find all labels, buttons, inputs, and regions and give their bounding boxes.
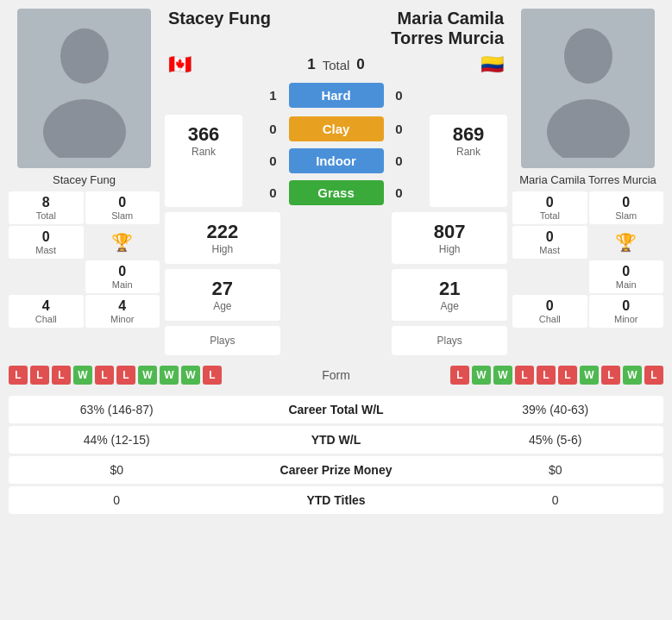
right-player-name-center: Maria CamilaTorres Murcia (391, 9, 504, 48)
grass-surface-row: 0 Grass 0 (248, 180, 424, 205)
right-stats-boxes: 869 Rank (430, 115, 507, 207)
left-total-score: 1 (307, 56, 315, 73)
right-age-box: 21 Age (392, 269, 507, 321)
left-stats-boxes: 366 Rank (165, 115, 242, 207)
left-rank-box: 366 Rank (165, 115, 242, 207)
form-label: Form (322, 368, 350, 382)
left-plays-box: Plays (165, 326, 280, 355)
right-player-stats: 0 Total 0 Slam 0 Mast 🏆 0 Main 0 Chall (512, 191, 663, 328)
form-badge-w: W (493, 366, 512, 385)
left-flag: 🇨🇦 (168, 53, 192, 76)
right-mast-stat: 0 Mast (512, 226, 587, 259)
svg-point-2 (564, 28, 612, 84)
stats-middle-row: 366 Rank 0 Clay 0 0 Indoor 0 0 Gra (165, 115, 507, 207)
indoor-surface-row: 0 Indoor 0 (248, 148, 424, 173)
indoor-right-num: 0 (391, 153, 408, 168)
left-player-photo (17, 9, 151, 168)
right-player-photo (521, 9, 655, 168)
table-cell-label: YTD Titles (224, 486, 447, 514)
table-cell-left: $0 (9, 456, 224, 484)
form-badge-l: L (537, 366, 556, 385)
form-badge-w: W (623, 366, 642, 385)
table-cell-label: Career Total W/L (224, 396, 447, 423)
right-total-stat: 0 Total (512, 191, 587, 224)
form-badge-w: W (73, 366, 92, 385)
form-badge-w: W (472, 366, 491, 385)
left-main-stat: 0 Main (85, 260, 160, 293)
right-chall-stat: 0 Chall (512, 295, 587, 328)
svg-point-0 (60, 28, 109, 84)
table-row: 44% (12-15) YTD W/L 45% (5-6) (9, 426, 663, 454)
left-trophy: 🏆 (85, 226, 160, 259)
center-spacer (286, 212, 387, 264)
right-rank-box: 869 Rank (430, 115, 507, 207)
right-total-score: 0 (356, 56, 364, 73)
indoor-left-num: 0 (265, 153, 282, 168)
left-form-badges: LLLWLLWWWL (9, 366, 222, 385)
form-badge-l: L (644, 366, 663, 385)
form-badge-l: L (601, 366, 620, 385)
left-chall-stat: 4 Chall (9, 295, 84, 328)
hard-button[interactable]: Hard (289, 83, 384, 108)
total-label: Total (323, 58, 350, 72)
left-slam-stat: 0 Slam (85, 191, 160, 224)
left-player-name-label: Stacey Fung (53, 173, 116, 186)
right-player-card: Maria Camila Torres Murcia 0 Total 0 Sla… (512, 9, 663, 355)
plays-row: Plays Plays (165, 326, 507, 355)
table-row: 0 YTD Titles 0 (9, 486, 663, 514)
table-cell-right: 45% (5-6) (448, 426, 663, 454)
svg-point-3 (547, 99, 630, 158)
table-cell-label: YTD W/L (224, 426, 447, 454)
clay-button[interactable]: Clay (289, 116, 384, 141)
hard-right-num: 0 (391, 88, 408, 103)
player-names-row: Stacey Fung Maria CamilaTorres Murcia (165, 9, 507, 48)
left-mast-stat: 0 Mast (9, 226, 84, 259)
flag-total-row: 🇨🇦 1 Total 0 🇨🇴 (165, 53, 507, 76)
age-spacer (286, 269, 387, 321)
right-trophy: 🏆 (589, 226, 664, 259)
indoor-button[interactable]: Indoor (289, 148, 384, 173)
left-high-box: 222 High (165, 212, 280, 264)
table-row: $0 Career Prize Money $0 (9, 456, 663, 484)
right-flag: 🇨🇴 (480, 53, 504, 76)
left-total-stat: 8 Total (9, 191, 84, 224)
age-row: 27 Age 21 Age (165, 269, 507, 321)
table-cell-right: $0 (448, 456, 663, 484)
form-badge-l: L (558, 366, 577, 385)
left-minor-stat: 4 Minor (85, 295, 160, 328)
left-player-name-center: Stacey Fung (168, 9, 271, 28)
clay-left-num: 0 (265, 122, 282, 136)
form-badge-l: L (9, 366, 28, 385)
grass-button[interactable]: Grass (289, 180, 384, 205)
grass-right-num: 0 (391, 185, 408, 200)
table-cell-left: 63% (146-87) (9, 396, 224, 423)
center-panel: Stacey Fung Maria CamilaTorres Murcia 🇨🇦… (165, 9, 507, 355)
table-cell-left: 44% (12-15) (9, 426, 224, 454)
trophy-icon-left: 🏆 (111, 232, 133, 253)
grass-left-num: 0 (265, 185, 282, 200)
form-badge-l: L (30, 366, 49, 385)
hard-left-num: 1 (265, 88, 282, 103)
svg-point-1 (43, 99, 126, 158)
bottom-section: LLLWLLWWWL Form LWWLLLWLWL 63% (146-87) … (0, 362, 672, 525)
plays-spacer (286, 326, 387, 355)
table-row: 63% (146-87) Career Total W/L 39% (40-63… (9, 396, 663, 423)
clay-right-num: 0 (391, 122, 408, 136)
table-cell-label: Career Prize Money (224, 456, 447, 484)
form-badge-w: W (181, 366, 200, 385)
right-player-name-label: Maria Camila Torres Murcia (519, 173, 656, 186)
clay-surface-row: 0 Clay 0 (248, 116, 424, 141)
left-player-card: Stacey Fung 8 Total 0 Slam 0 Mast 🏆 0 Ma… (9, 9, 160, 355)
hard-surface-row: 1 Hard 0 (165, 83, 507, 108)
form-badge-w: W (160, 366, 179, 385)
form-badge-l: L (203, 366, 222, 385)
form-badge-l: L (116, 366, 135, 385)
form-badge-l: L (52, 366, 71, 385)
form-badge-l: L (515, 366, 534, 385)
stats-table: 63% (146-87) Career Total W/L 39% (40-63… (9, 393, 663, 517)
right-high-box: 807 High (392, 212, 507, 264)
trophy-icon-right: 🏆 (615, 232, 637, 253)
right-form-badges: LWWLLLWLWL (450, 366, 663, 385)
table-cell-left: 0 (9, 486, 224, 514)
left-age-box: 27 Age (165, 269, 280, 321)
